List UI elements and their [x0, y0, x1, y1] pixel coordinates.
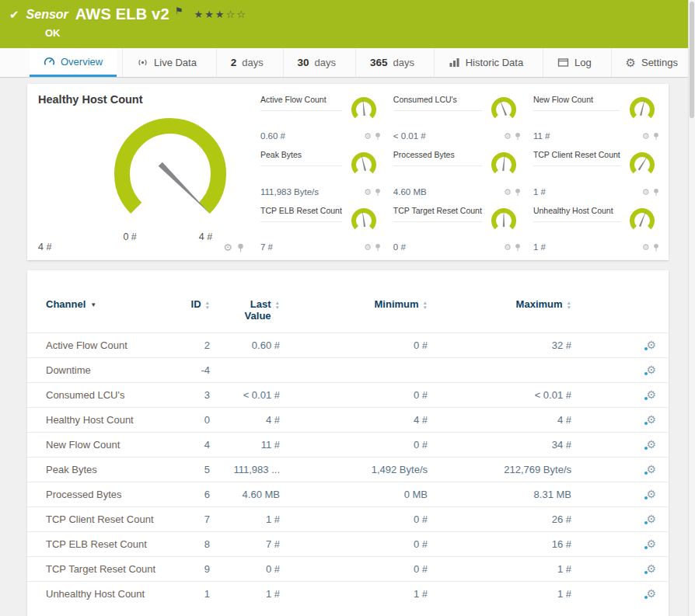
channel-maximum: [428, 358, 571, 383]
channel-settings-gear-icon[interactable]: ⚙: [646, 339, 656, 350]
channel-id: -4: [167, 358, 210, 383]
gauge-needle: [159, 162, 212, 216]
channel-settings-gear-icon[interactable]: ⚙: [646, 439, 656, 450]
gauge-settings-gear-icon[interactable]: ⚙: [642, 132, 650, 141]
gauge-title: Consumed LCU's: [393, 95, 482, 111]
channel-row[interactable]: Processed Bytes 6 4.60 MB 0 MB 8.31 MB ⚙: [27, 482, 669, 507]
priority-flag-icon[interactable]: ⚑: [175, 5, 183, 16]
tab-number: 365: [370, 57, 388, 68]
gauge-settings-gear-icon[interactable]: ⚙: [364, 188, 372, 197]
tab-bar: Overview Live Data 2 days 30 days 365 da…: [0, 48, 695, 78]
tab-overview[interactable]: Overview: [30, 48, 117, 77]
pin-icon[interactable]: [515, 132, 521, 141]
tab-live-data[interactable]: Live Data: [122, 48, 211, 77]
channel-actions: ⚙: [571, 333, 669, 358]
pin-icon[interactable]: [375, 243, 381, 252]
col-header-id[interactable]: ID▲▼: [167, 295, 210, 333]
channel-id: 3: [167, 383, 210, 408]
pin-icon[interactable]: [653, 243, 659, 252]
pin-icon[interactable]: [653, 188, 659, 197]
channel-name[interactable]: TCP ELB Reset Count: [27, 532, 167, 557]
channel-name[interactable]: TCP Client Reset Count: [27, 507, 167, 532]
channel-settings-gear-icon[interactable]: ⚙: [646, 389, 656, 400]
channel-settings-gear-icon[interactable]: ⚙: [646, 464, 656, 475]
priority-stars[interactable]: ★★★☆☆: [194, 9, 247, 20]
channel-name[interactable]: Peak Bytes: [27, 458, 167, 482]
gauge-settings-gear-icon[interactable]: ⚙: [364, 132, 372, 141]
gauge-dial[interactable]: [347, 95, 381, 126]
channel-id: 4: [167, 433, 210, 458]
channel-settings-gear-icon[interactable]: ⚙: [646, 588, 656, 599]
channel-row[interactable]: TCP Client Reset Count 7 1 # 0 # 26 # ⚙: [27, 507, 669, 532]
channel-name[interactable]: Active Flow Count: [27, 333, 167, 358]
channel-row[interactable]: Unhealthy Host Count 1 1 # 1 # 1 # ⚙: [27, 582, 669, 607]
channel-settings-gear-icon[interactable]: ⚙: [646, 414, 656, 425]
channel-row[interactable]: TCP ELB Reset Count 8 7 # 0 # 16 # ⚙: [27, 532, 669, 557]
gauge-title: Peak Bytes: [260, 150, 342, 166]
pin-icon[interactable]: [237, 243, 244, 252]
tab-settings[interactable]: ⚙ Settings: [611, 48, 692, 77]
primary-gauge-dial[interactable]: [93, 106, 248, 224]
gauge-dial[interactable]: [625, 95, 659, 126]
tab-historic-data[interactable]: Historic Data: [434, 48, 537, 77]
channel-settings-gear-icon[interactable]: ⚙: [646, 513, 656, 524]
tab-30-days[interactable]: 30 days: [283, 48, 351, 77]
gauge-settings-gear-icon[interactable]: ⚙: [504, 132, 512, 141]
channel-name[interactable]: Unhealthy Host Count: [27, 582, 167, 607]
gauge-dial[interactable]: [625, 206, 659, 237]
channel-settings-gear-icon[interactable]: ⚙: [646, 538, 656, 549]
channel-name[interactable]: Processed Bytes: [27, 482, 167, 507]
channel-row[interactable]: Downtime -4 ⚙: [27, 358, 669, 383]
tab-2-days[interactable]: 2 days: [216, 48, 278, 77]
gauge-settings-gear-icon[interactable]: ⚙: [642, 188, 650, 197]
col-header-maximum[interactable]: Maximum▲▼: [428, 295, 571, 333]
channel-last-value: 0 #: [210, 557, 280, 582]
channel-name[interactable]: New Flow Count: [27, 433, 167, 458]
channel-actions: ⚙: [571, 482, 669, 507]
gauge-dial[interactable]: [347, 206, 381, 237]
page-scrollbar[interactable]: [688, 0, 695, 616]
gauge-dial[interactable]: [625, 150, 659, 181]
channel-row[interactable]: Peak Bytes 5 111,983 ... 1,492 Byte/s 21…: [27, 458, 669, 482]
channel-maximum: 4 #: [428, 408, 571, 433]
scrollbar-thumb[interactable]: [690, 2, 694, 118]
channel-settings-gear-icon[interactable]: ⚙: [646, 563, 656, 574]
tab-log[interactable]: Log: [543, 48, 606, 77]
gauge-settings-gear-icon[interactable]: ⚙: [504, 188, 512, 197]
gauge-value: 0 #: [393, 242, 482, 252]
pin-icon[interactable]: [375, 132, 381, 141]
gauge-dial[interactable]: [347, 150, 381, 181]
channel-row[interactable]: Active Flow Count 2 0.60 # 0 # 32 # ⚙: [27, 333, 669, 358]
channel-settings-gear-icon[interactable]: ⚙: [646, 364, 656, 375]
col-header-minimum[interactable]: Minimum▲▼: [280, 295, 428, 333]
gauge-settings-gear-icon[interactable]: ⚙: [504, 243, 512, 252]
channel-id: 2: [167, 333, 210, 358]
gauge-dial[interactable]: [487, 150, 521, 181]
channel-row[interactable]: TCP Target Reset Count 9 0 # 0 # 1 # ⚙: [27, 557, 669, 582]
channel-actions: ⚙: [571, 582, 669, 607]
col-header-last-value[interactable]: Last Value▲▼: [210, 295, 280, 333]
channel-row[interactable]: Healthy Host Count 0 4 # 4 # 4 # ⚙: [27, 408, 669, 433]
gauge-settings-gear-icon[interactable]: ⚙: [642, 243, 650, 252]
gauge-dial[interactable]: [487, 206, 521, 237]
channel-row[interactable]: Consumed LCU's 3 < 0.01 # 0 # < 0.01 # ⚙: [27, 383, 669, 408]
pin-icon[interactable]: [375, 188, 381, 197]
pin-icon[interactable]: [653, 132, 659, 141]
gauge-settings-gear-icon[interactable]: ⚙: [364, 243, 372, 252]
pin-icon[interactable]: [515, 188, 521, 197]
channel-settings-gear-icon[interactable]: ⚙: [646, 489, 656, 499]
channel-name[interactable]: Healthy Host Count: [27, 408, 167, 433]
gauge-settings-gear-icon[interactable]: ⚙: [223, 242, 232, 252]
channel-last-value: 4 #: [210, 408, 280, 433]
channel-last-value: 111,983 ...: [210, 458, 280, 482]
channel-actions: ⚙: [571, 408, 669, 433]
col-header-channel[interactable]: Channel▼: [27, 295, 167, 333]
channel-name[interactable]: Downtime: [27, 358, 167, 383]
pin-icon[interactable]: [515, 243, 521, 252]
channel-row[interactable]: New Flow Count 4 11 # 0 # 34 # ⚙: [27, 433, 669, 458]
tab-365-days[interactable]: 365 days: [355, 48, 428, 77]
channel-name[interactable]: TCP Target Reset Count: [27, 557, 167, 582]
channel-name[interactable]: Consumed LCU's: [27, 383, 167, 408]
gauge-dial[interactable]: [487, 95, 521, 126]
channel-last-value: 4.60 MB: [210, 482, 280, 507]
